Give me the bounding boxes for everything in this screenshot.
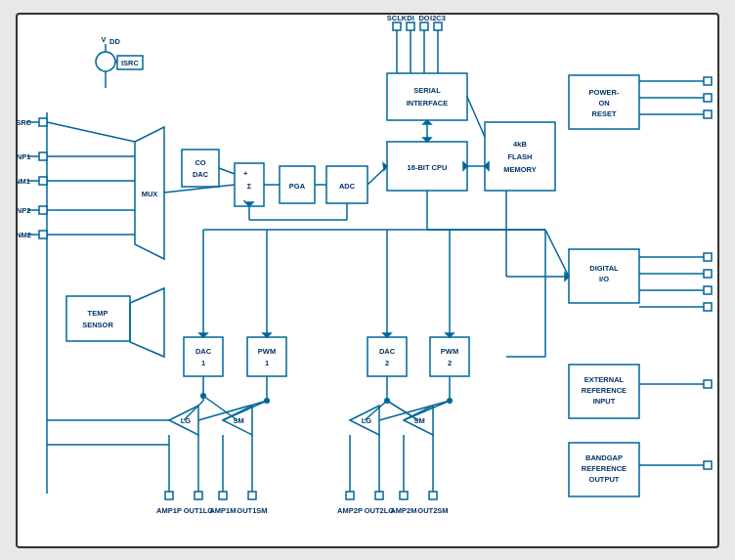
svg-text:ISRC: ISRC (18, 118, 32, 127)
svg-line-28 (47, 122, 135, 142)
svg-rect-186 (248, 492, 256, 499)
svg-text:SCLK: SCLK (387, 15, 408, 22)
svg-text:POWER-: POWER- (589, 88, 620, 97)
svg-line-45 (164, 185, 235, 193)
svg-rect-83 (569, 249, 639, 303)
svg-rect-119 (704, 303, 712, 311)
svg-point-174 (384, 398, 390, 404)
svg-text:DAC: DAC (195, 347, 212, 356)
svg-rect-110 (704, 253, 712, 261)
svg-rect-29 (66, 296, 130, 341)
svg-text:PGA: PGA (289, 182, 306, 191)
svg-text:16-BIT CPU: 16-BIT CPU (408, 163, 448, 172)
svg-rect-180 (195, 492, 202, 499)
svg-marker-88 (565, 273, 569, 280)
svg-rect-183 (219, 492, 227, 499)
svg-line-170 (379, 401, 450, 420)
svg-text:2: 2 (385, 359, 389, 367)
svg-text:INP2: INP2 (18, 206, 30, 215)
svg-text:ON: ON (598, 99, 609, 108)
svg-text:AMP2M: AMP2M (390, 506, 416, 515)
svg-rect-93 (569, 443, 639, 496)
svg-rect-49 (387, 73, 467, 120)
svg-line-151 (545, 230, 569, 277)
svg-text:PWM: PWM (258, 347, 276, 356)
svg-text:DAC: DAC (379, 347, 396, 356)
svg-rect-116 (704, 286, 712, 294)
svg-line-171 (404, 401, 450, 420)
svg-marker-205 (245, 202, 253, 206)
svg-rect-57 (407, 22, 414, 30)
svg-text:MUX: MUX (142, 190, 158, 198)
svg-marker-152 (169, 406, 198, 435)
svg-line-168 (387, 401, 418, 420)
svg-rect-135 (368, 337, 407, 376)
svg-rect-34 (182, 150, 219, 187)
block-diagram: V DD ISRC ISRC INP1 INM1 I (16, 13, 719, 548)
svg-rect-122 (704, 380, 712, 388)
svg-line-164 (198, 401, 267, 420)
svg-line-78 (467, 97, 485, 137)
svg-marker-149 (383, 333, 391, 337)
svg-rect-113 (704, 270, 712, 278)
schematic-overlay: V DD ISRC ISRC INP1 INM1 I (18, 15, 717, 546)
svg-text:AMP2P: AMP2P (337, 506, 363, 515)
svg-marker-158 (404, 406, 433, 435)
svg-rect-177 (165, 492, 173, 499)
svg-rect-59 (434, 22, 442, 30)
svg-point-173 (264, 398, 270, 404)
svg-rect-69 (485, 122, 555, 191)
svg-text:AMP1M: AMP1M (209, 506, 236, 515)
svg-rect-195 (400, 492, 408, 499)
svg-rect-1 (117, 56, 143, 69)
svg-text:Σ: Σ (247, 182, 252, 191)
svg-text:INM1: INM1 (18, 177, 30, 186)
svg-text:TEMP: TEMP (88, 309, 108, 318)
svg-text:INPUT: INPUT (593, 397, 616, 406)
svg-text:ISRC: ISRC (121, 59, 140, 67)
svg-marker-148 (263, 333, 271, 337)
svg-rect-43 (326, 166, 368, 203)
svg-marker-74 (463, 162, 467, 170)
svg-text:INM2: INM2 (18, 231, 31, 239)
vdd-subscript: DD (109, 37, 120, 46)
svg-text:I2C3: I2C3 (430, 15, 446, 22)
svg-line-161 (184, 401, 203, 420)
svg-point-175 (447, 398, 453, 404)
svg-marker-156 (350, 406, 379, 435)
svg-text:LG: LG (362, 416, 372, 425)
svg-text:PWM: PWM (441, 347, 458, 356)
svg-rect-64 (387, 142, 467, 191)
svg-text:2: 2 (448, 359, 452, 367)
svg-rect-129 (184, 337, 223, 376)
svg-text:REFERENCE: REFERENCE (582, 386, 627, 395)
svg-text:REFERENCE: REFERENCE (582, 464, 627, 473)
svg-marker-22 (135, 127, 164, 259)
svg-rect-37 (235, 163, 264, 206)
svg-text:1: 1 (265, 359, 269, 367)
svg-text:OUT2SM: OUT2SM (417, 506, 448, 515)
svg-text:SERIAL: SERIAL (413, 86, 441, 95)
svg-marker-32 (130, 288, 164, 357)
svg-text:ADC: ADC (339, 182, 356, 191)
svg-rect-79 (569, 75, 639, 129)
svg-marker-75 (485, 162, 489, 170)
svg-rect-189 (346, 492, 354, 499)
svg-rect-20 (39, 231, 47, 238)
svg-rect-8 (39, 118, 47, 126)
svg-text:SENSOR: SENSOR (82, 321, 113, 329)
svg-text:SM: SM (413, 416, 424, 425)
svg-text:CO: CO (195, 158, 205, 167)
svg-text:DAC: DAC (193, 170, 209, 179)
svg-rect-17 (39, 206, 47, 214)
svg-rect-132 (247, 337, 286, 376)
svg-rect-89 (569, 365, 639, 418)
svg-text:DIGITAL: DIGITAL (589, 264, 619, 273)
svg-text:INTERFACE: INTERFACE (407, 99, 449, 108)
svg-text:4kB: 4kB (513, 140, 527, 149)
svg-rect-58 (420, 22, 428, 30)
svg-text:DI: DI (407, 15, 414, 22)
svg-text:MEMORY: MEMORY (503, 165, 536, 174)
svg-rect-56 (393, 22, 401, 30)
svg-rect-14 (39, 177, 47, 185)
